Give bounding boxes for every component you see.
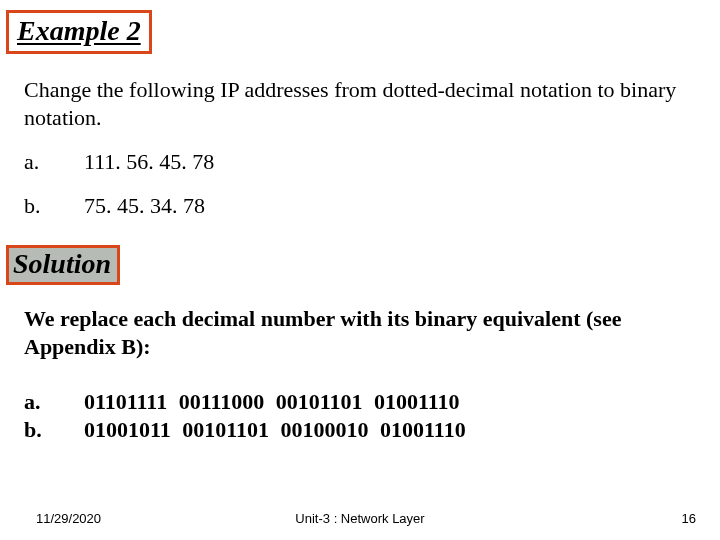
list-item: b. 75. 45. 34. 78 [24, 193, 696, 219]
item-label: b. [24, 193, 84, 219]
answer-value: 01001011 00101101 00100010 01001110 [84, 416, 466, 444]
item-value: 111. 56. 45. 78 [84, 149, 214, 175]
footer: 11/29/2020 Unit-3 : Network Layer 16 [0, 511, 720, 526]
list-item: a. 01101111 00111000 00101101 01001110 [24, 388, 696, 416]
footer-date: 11/29/2020 [36, 511, 101, 526]
footer-title: Unit-3 : Network Layer [295, 511, 424, 526]
question-text: Change the following IP addresses from d… [24, 76, 696, 131]
item-label: a. [24, 149, 84, 175]
problem-list: a. 111. 56. 45. 78 b. 75. 45. 34. 78 [24, 149, 696, 219]
item-value: 75. 45. 34. 78 [84, 193, 205, 219]
list-item: a. 111. 56. 45. 78 [24, 149, 696, 175]
answer-list: a. 01101111 00111000 00101101 01001110 b… [24, 388, 696, 443]
footer-page: 16 [682, 511, 696, 526]
solution-intro: We replace each decimal number with its … [24, 305, 696, 360]
list-item: b. 01001011 00101101 00100010 01001110 [24, 416, 696, 444]
solution-heading: Solution [6, 245, 120, 285]
answer-label: a. [24, 388, 84, 416]
answer-label: b. [24, 416, 84, 444]
answer-value: 01101111 00111000 00101101 01001110 [84, 388, 460, 416]
example-heading: Example 2 [6, 10, 152, 54]
